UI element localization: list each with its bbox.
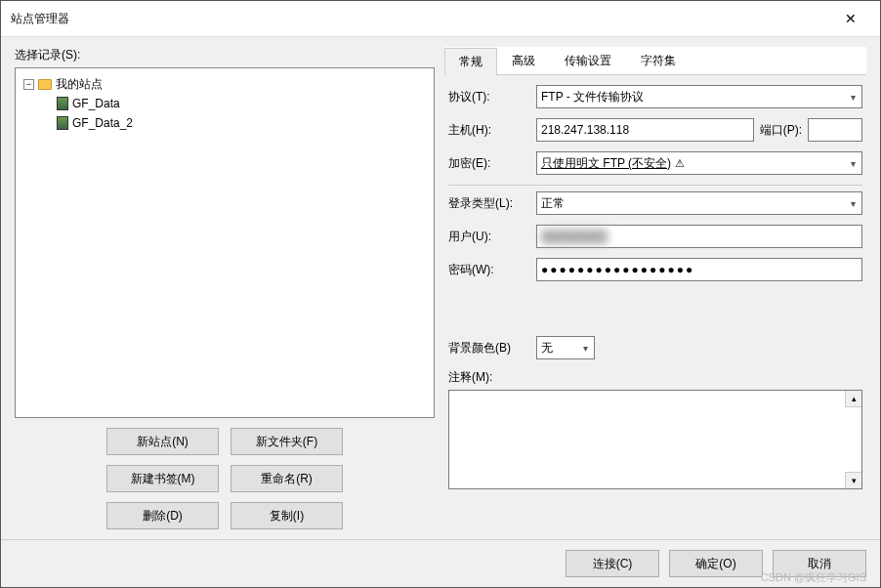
bgcolor-label: 背景颜色(B) — [448, 340, 530, 357]
port-input[interactable] — [808, 118, 862, 142]
rename-button[interactable]: 重命名(R) — [231, 465, 343, 492]
site-manager-window: 站点管理器 ✕ 选择记录(S): − 我的站点 GF_Data GF_Data_… — [0, 0, 881, 588]
titlebar: 站点管理器 ✕ — [1, 1, 880, 37]
password-label: 密码(W): — [448, 262, 530, 278]
new-folder-button[interactable]: 新文件夹(F) — [231, 428, 343, 455]
tree-item[interactable]: GF_Data — [21, 94, 428, 113]
chevron-down-icon: ▾ — [583, 343, 588, 354]
site-tree[interactable]: − 我的站点 GF_Data GF_Data_2 — [15, 67, 435, 418]
divider — [448, 185, 862, 186]
tab-charset[interactable]: 字符集 — [626, 47, 691, 74]
server-icon — [57, 97, 68, 110]
delete-button[interactable]: 删除(D) — [106, 502, 219, 529]
host-value: 218.247.138.118 — [541, 123, 629, 137]
encryption-label: 加密(E): — [448, 155, 530, 172]
user-input[interactable]: ████████ — [536, 225, 862, 248]
folder-icon — [38, 79, 52, 90]
encryption-value: 只使用明文 FTP (不安全) — [541, 155, 671, 172]
password-value: ●●●●●●●●●●●●●●●●● — [541, 263, 694, 276]
select-entry-label: 选择记录(S): — [15, 47, 435, 63]
encryption-select[interactable]: 只使用明文 FTP (不安全) ⚠ ▾ — [536, 151, 862, 175]
window-title: 站点管理器 — [11, 11, 831, 27]
protocol-label: 协议(T): — [448, 89, 530, 105]
user-value: ████████ — [541, 230, 608, 243]
right-pane: 常规 高级 传输设置 字符集 协议(T): FTP - 文件传输协议 ▾ 主机(… — [444, 47, 866, 539]
footer: 连接(C) 确定(O) 取消 CSDN @疯狂学习GIS — [1, 539, 880, 587]
port-label: 端口(P): — [760, 122, 802, 139]
tree-root-label: 我的站点 — [56, 76, 103, 93]
form-area: 协议(T): FTP - 文件传输协议 ▾ 主机(H): 218.247.138… — [444, 75, 866, 499]
tab-general[interactable]: 常规 — [444, 48, 497, 75]
tree-item[interactable]: GF_Data_2 — [21, 113, 428, 133]
chevron-down-icon: ▾ — [851, 92, 856, 103]
chevron-down-icon: ▾ — [851, 198, 856, 209]
bgcolor-select[interactable]: 无 ▾ — [536, 336, 595, 359]
comment-textarea[interactable]: ▴ ▾ — [448, 390, 862, 489]
tab-advanced[interactable]: 高级 — [497, 47, 550, 74]
host-label: 主机(H): — [448, 122, 530, 139]
server-icon — [57, 116, 68, 130]
tree-item-label: GF_Data_2 — [72, 116, 133, 130]
tab-transfer[interactable]: 传输设置 — [550, 47, 626, 74]
login-type-label: 登录类型(L): — [448, 195, 530, 212]
new-bookmark-button[interactable]: 新建书签(M) — [106, 465, 219, 492]
tab-bar: 常规 高级 传输设置 字符集 — [444, 47, 866, 75]
host-input[interactable]: 218.247.138.118 — [536, 118, 754, 142]
new-site-button[interactable]: 新站点(N) — [106, 428, 219, 455]
left-button-grid: 新站点(N) 新文件夹(F) 新建书签(M) 重命名(R) 删除(D) 复制(I… — [15, 418, 435, 539]
login-type-value: 正常 — [541, 195, 565, 212]
password-input[interactable]: ●●●●●●●●●●●●●●●●● — [536, 258, 862, 281]
tree-collapse-icon[interactable]: − — [23, 79, 34, 90]
user-label: 用户(U): — [448, 229, 530, 245]
warning-icon: ⚠ — [675, 157, 685, 170]
ok-button[interactable]: 确定(O) — [669, 550, 763, 577]
chevron-down-icon: ▾ — [851, 158, 856, 169]
tree-item-label: GF_Data — [72, 97, 120, 110]
left-pane: 选择记录(S): − 我的站点 GF_Data GF_Data_2 新站点(N) — [15, 47, 435, 539]
comment-label: 注释(M): — [448, 369, 492, 386]
spacer — [448, 291, 862, 336]
scroll-down-icon[interactable]: ▾ — [845, 472, 861, 488]
login-type-select[interactable]: 正常 ▾ — [536, 191, 862, 215]
bgcolor-value: 无 — [541, 340, 553, 357]
protocol-select[interactable]: FTP - 文件传输协议 ▾ — [536, 85, 862, 108]
content-area: 选择记录(S): − 我的站点 GF_Data GF_Data_2 新站点(N) — [1, 37, 880, 539]
connect-button[interactable]: 连接(C) — [566, 550, 659, 577]
close-button[interactable]: ✕ — [831, 7, 870, 30]
cancel-button[interactable]: 取消 — [773, 550, 866, 577]
tree-root[interactable]: − 我的站点 — [21, 74, 428, 94]
copy-button[interactable]: 复制(I) — [231, 502, 343, 529]
scroll-up-icon[interactable]: ▴ — [845, 391, 861, 407]
protocol-value: FTP - 文件传输协议 — [541, 89, 644, 105]
